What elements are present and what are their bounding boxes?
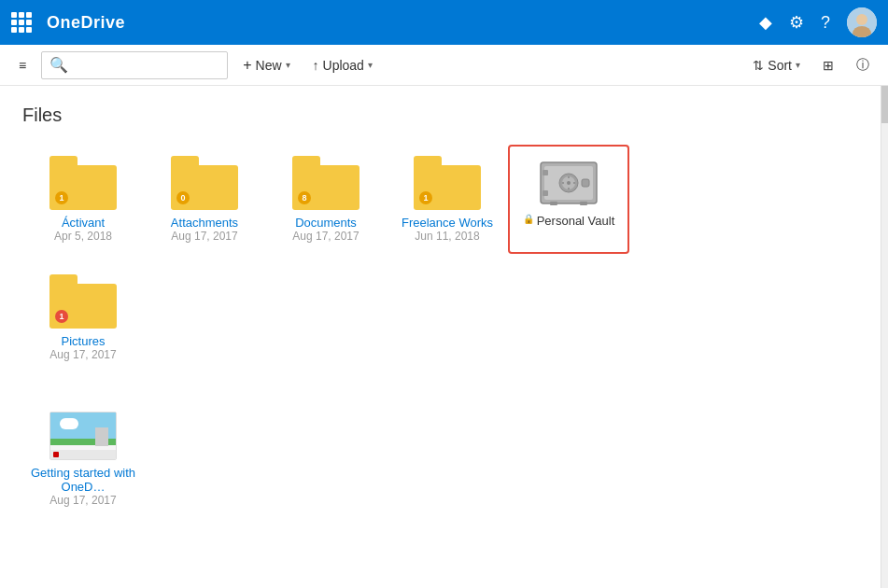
list-item[interactable]: 1 Áctivant Apr 5, 2018 — [22, 145, 144, 254]
search-input[interactable] — [72, 58, 219, 73]
file-date: Aug 17, 2017 — [49, 494, 116, 507]
svg-rect-15 — [550, 202, 557, 205]
personal-vault-item[interactable]: 🔒 Personal Vault — [508, 145, 629, 254]
svg-rect-12 — [582, 179, 589, 187]
info-button[interactable]: ⓘ — [849, 53, 877, 77]
toolbar-right: ⇅ Sort ▾ ⊞ ⓘ — [745, 53, 877, 77]
settings-icon[interactable]: ⚙ — [789, 12, 804, 33]
folder-icon: 0 — [171, 156, 238, 210]
sort-button[interactable]: ⇅ Sort ▾ — [745, 54, 808, 77]
vault-name: Personal Vault — [537, 214, 615, 228]
folder-badge: 1 — [419, 191, 432, 204]
avatar[interactable] — [847, 7, 877, 37]
list-item[interactable]: 0 Attachments Aug 17, 2017 — [144, 145, 265, 254]
upload-button[interactable]: ↑ Upload ▾ — [305, 54, 380, 77]
file-name: Freelance Works — [402, 216, 493, 230]
file-date: Apr 5, 2018 — [54, 230, 112, 243]
new-chevron-icon: ▾ — [286, 60, 290, 70]
svg-rect-16 — [580, 202, 587, 205]
upload-icon: ↑ — [313, 58, 319, 73]
svg-point-7 — [567, 181, 571, 185]
file-name: Pictures — [62, 334, 106, 348]
lock-symbol: 🔒 — [523, 214, 534, 224]
file-date: Aug 17, 2017 — [171, 230, 237, 243]
grid-icon: ⊞ — [823, 58, 834, 73]
file-name: Documents — [295, 216, 357, 230]
list-item[interactable]: 1 Pictures Aug 17, 2017 — [22, 263, 144, 372]
search-icon: 🔍 — [49, 56, 68, 74]
file-date: Aug 17, 2017 — [49, 348, 116, 361]
diamond-icon[interactable]: ◆ — [759, 12, 772, 33]
search-box[interactable]: 🔍 — [41, 51, 228, 79]
top-bar: OneDrive ◆ ⚙ ? — [0, 0, 888, 45]
svg-rect-14 — [543, 190, 548, 196]
folder-icon: 1 — [49, 156, 117, 210]
scrollbar-track[interactable] — [881, 86, 888, 588]
app-name: OneDrive — [47, 13, 125, 33]
top-bar-left: OneDrive — [11, 12, 125, 33]
list-item[interactable]: 8 Documents Aug 17, 2017 — [265, 145, 387, 254]
document-thumbnail — [49, 412, 117, 460]
upload-chevron-icon: ▾ — [368, 60, 373, 70]
folder-badge: 0 — [176, 191, 190, 204]
file-name: Áctivant — [62, 216, 105, 230]
main: Files 1 Áctivant Apr 5, 2018 0 — [0, 86, 888, 588]
file-name: Getting started with OneD… — [30, 466, 136, 494]
folder-icon: 1 — [414, 156, 481, 210]
toolbar: ≡ 🔍 + New ▾ ↑ Upload ▾ ⇅ Sort ▾ ⊞ ⓘ — [0, 45, 888, 86]
file-date: Aug 17, 2017 — [292, 230, 359, 243]
help-icon[interactable]: ? — [821, 13, 830, 33]
waffle-icon[interactable] — [11, 12, 32, 33]
svg-rect-13 — [543, 170, 548, 175]
file-date: Jun 11, 2018 — [415, 230, 479, 243]
file-grid-row2: 1 Pictures Aug 17, 2017 — [22, 263, 858, 382]
top-bar-right: ◆ ⚙ ? — [759, 7, 877, 37]
file-grid-row1: 1 Áctivant Apr 5, 2018 0 Attachments Aug… — [22, 145, 858, 263]
list-item[interactable]: Getting started with OneD… Aug 17, 2017 — [22, 400, 144, 518]
folder-badge: 1 — [55, 191, 68, 204]
vault-icon — [535, 156, 602, 210]
folder-badge: 1 — [55, 310, 68, 323]
plus-icon: + — [243, 57, 251, 74]
new-button[interactable]: + New ▾ — [235, 53, 297, 77]
info-icon: ⓘ — [856, 57, 869, 74]
folder-badge: 8 — [298, 191, 311, 204]
sort-icon: ⇅ — [753, 58, 764, 73]
file-name: Attachments — [171, 216, 238, 230]
view-button[interactable]: ⊞ — [815, 54, 841, 77]
sort-chevron-icon: ▾ — [796, 60, 800, 70]
menu-button[interactable]: ≡ — [11, 54, 34, 77]
file-grid-row3: Getting started with OneD… Aug 17, 2017 — [22, 400, 858, 527]
svg-point-1 — [856, 14, 867, 25]
list-item[interactable]: 1 Freelance Works Jun 11, 2018 — [387, 145, 508, 254]
page-title: Files — [22, 105, 858, 126]
folder-icon: 1 — [49, 274, 117, 329]
scrollbar-thumb[interactable] — [881, 86, 888, 123]
folder-icon: 8 — [292, 156, 359, 210]
menu-icon: ≡ — [19, 58, 26, 73]
content-area: Files 1 Áctivant Apr 5, 2018 0 — [0, 86, 881, 588]
